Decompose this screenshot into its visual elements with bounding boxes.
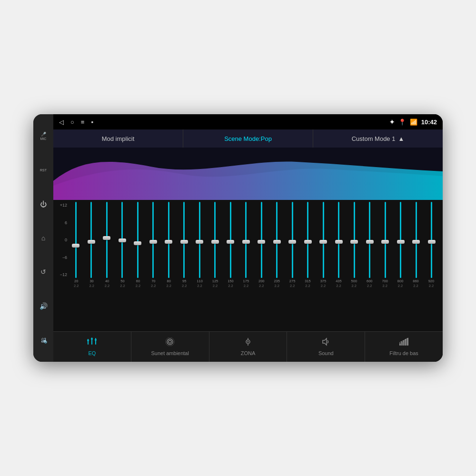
svg-rect-19 [403,340,405,346]
mode-implicit[interactable]: Mod implicit [53,129,183,148]
home-side-button[interactable]: ⌂ [37,231,50,245]
tab-sound[interactable]: Sound [287,332,365,362]
slider-track-110[interactable] [199,202,200,278]
slider-track-600[interactable] [369,202,370,278]
slider-thumb-435[interactable] [335,240,343,244]
slider-col-235[interactable] [270,202,285,278]
mode-scene[interactable]: Scene Mode:Pop [183,129,313,148]
slider-track-125[interactable] [214,202,216,278]
slider-track-95[interactable] [183,202,185,278]
slider-thumb-235[interactable] [273,240,281,244]
slider-track-275[interactable] [292,202,293,278]
reset-button[interactable]: RST [37,163,50,177]
mic-button[interactable]: 🎤 MIC [37,129,50,143]
slider-track-920[interactable] [431,202,432,278]
slider-thumb-50[interactable] [119,238,126,242]
wifi-icon: 📶 [410,119,417,126]
slider-thumb-150[interactable] [227,240,234,244]
nav-menu[interactable]: ≡ [81,119,85,126]
slider-track-60[interactable] [137,202,139,278]
slider-track-80[interactable] [168,202,169,278]
freq-label-200: 2002.2 [254,279,269,288]
slider-col-600[interactable] [363,202,377,278]
slider-thumb-315[interactable] [304,240,312,244]
device-frame: 🎤 MIC RST ⏻ ⌂ ↺ 🔊 🔉 ◁ ○ ≡ ▪ ✦ 📍 📶 10:42 [33,114,443,362]
slider-thumb-700[interactable] [381,240,389,244]
slider-track-30[interactable] [90,202,92,278]
eq-sliders[interactable] [69,202,439,278]
slider-thumb-175[interactable] [242,240,250,244]
nav-buttons: ◁ ○ ≡ ▪ [59,119,93,126]
nav-back[interactable]: ◁ [59,119,64,126]
tab-bass[interactable]: Filtru de bas [365,332,443,362]
slider-col-70[interactable] [146,202,161,278]
slider-thumb-125[interactable] [211,240,219,244]
slider-col-175[interactable] [239,202,254,278]
slider-track-500[interactable] [354,202,355,278]
mode-custom[interactable]: Custom Mode 1 ▲ [313,129,443,148]
slider-col-800[interactable] [394,202,408,278]
power-button[interactable]: ⏻ [37,198,50,211]
slider-col-95[interactable] [177,202,192,278]
slider-col-110[interactable] [192,202,207,278]
slider-thumb-920[interactable] [428,240,436,244]
slider-col-30[interactable] [84,202,99,278]
slider-thumb-30[interactable] [88,240,95,244]
slider-track-375[interactable] [323,202,324,278]
slider-track-700[interactable] [385,202,386,278]
slider-track-175[interactable] [245,202,247,278]
slider-track-150[interactable] [230,202,231,278]
slider-thumb-200[interactable] [258,240,265,244]
slider-track-70[interactable] [152,202,154,278]
freq-label-375: 3752.2 [316,279,331,288]
slider-col-40[interactable] [99,202,114,278]
slider-col-860[interactable] [409,202,424,278]
tab-zona[interactable]: ZONA [209,332,288,362]
vol-up-button[interactable]: 🔊 [37,299,50,313]
slider-col-375[interactable] [316,202,331,278]
vol-down-button[interactable]: 🔉 [37,333,50,347]
slider-track-435[interactable] [338,202,339,278]
slider-thumb-600[interactable] [366,240,374,244]
nav-home[interactable]: ○ [70,119,74,126]
tab-ambient[interactable]: Sunet ambiental [131,332,209,362]
slider-col-50[interactable] [115,202,130,278]
slider-col-700[interactable] [378,202,393,278]
slider-thumb-500[interactable] [350,240,358,244]
slider-thumb-70[interactable] [149,240,157,244]
slider-thumb-40[interactable] [103,236,110,240]
slider-thumb-80[interactable] [165,240,172,244]
slider-col-60[interactable] [130,202,145,278]
slider-col-80[interactable] [161,202,176,278]
slider-thumb-60[interactable] [134,241,141,245]
slider-col-315[interactable] [301,202,316,278]
slider-thumb-95[interactable] [180,240,188,244]
slider-thumb-110[interactable] [196,240,203,244]
slider-col-125[interactable] [208,202,223,278]
location-icon: 📍 [398,119,406,126]
slider-track-40[interactable] [106,202,108,278]
slider-track-200[interactable] [261,202,262,278]
slider-col-150[interactable] [223,202,238,278]
slider-col-435[interactable] [332,202,347,278]
back-side-button[interactable]: ↺ [37,265,50,278]
slider-thumb-800[interactable] [397,240,405,244]
slider-col-500[interactable] [347,202,362,278]
slider-thumb-860[interactable] [412,240,420,244]
slider-col-920[interactable] [425,202,439,278]
slider-thumb-375[interactable] [319,240,327,244]
slider-track-860[interactable] [416,202,417,278]
svg-rect-18 [401,342,403,346]
slider-track-315[interactable] [307,202,308,278]
slider-col-20[interactable] [69,202,83,278]
slider-thumb-275[interactable] [288,240,296,244]
tab-eq[interactable]: EQ [53,332,131,362]
slider-track-235[interactable] [276,202,278,278]
nav-recent[interactable]: ▪ [91,119,93,126]
slider-thumb-20[interactable] [72,244,79,248]
slider-col-200[interactable] [254,202,269,278]
slider-track-20[interactable] [75,202,77,278]
slider-track-800[interactable] [400,202,401,278]
slider-track-50[interactable] [121,202,123,278]
slider-col-275[interactable] [285,202,300,278]
